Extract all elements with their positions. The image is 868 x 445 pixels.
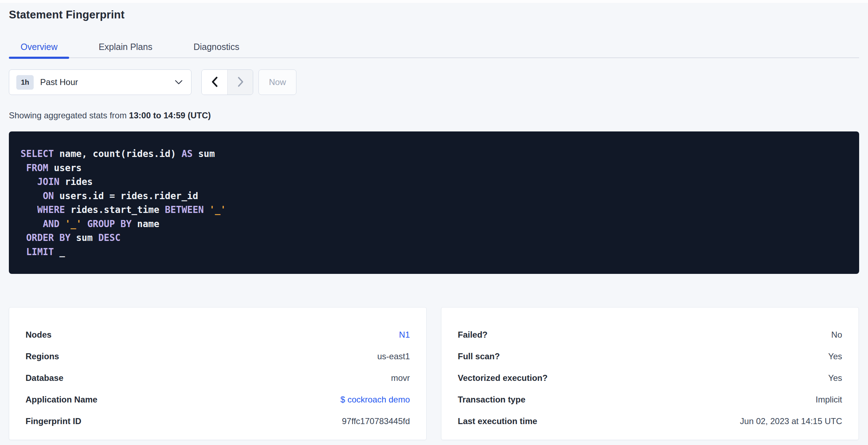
database-label: Database <box>26 373 63 383</box>
top-strip <box>0 0 868 3</box>
regions-label: Regions <box>26 351 59 361</box>
interval-badge: 1h <box>16 75 34 90</box>
stats-prefix: Showing aggregated stats from <box>9 111 129 120</box>
transaction-type-value: Implicit <box>816 395 842 405</box>
sql-line: JOIN rides <box>21 175 847 189</box>
last-execution-time-value: Jun 02, 2023 at 14:15 UTC <box>740 416 842 426</box>
tab-diagnostics[interactable]: Diagnostics <box>182 36 251 57</box>
row-failed: Failed? No <box>458 324 842 345</box>
vectorized-value: Yes <box>828 373 842 383</box>
sql-line: WHERE rides.start_time BETWEEN '_' <box>21 203 847 217</box>
last-execution-time-label: Last execution time <box>458 416 537 426</box>
prev-interval-button[interactable] <box>202 70 227 95</box>
statement-details-card: Nodes N1 Regions us-east1 Database movr … <box>9 307 427 440</box>
next-interval-button[interactable] <box>227 70 253 95</box>
row-full-scan: Full scan? Yes <box>458 345 842 367</box>
sql-line: AND '_' GROUP BY name <box>21 217 847 231</box>
summary-cards: Nodes N1 Regions us-east1 Database movr … <box>9 307 859 440</box>
sql-line: ORDER BY sum DESC <box>21 231 847 245</box>
row-last-execution-time: Last execution time Jun 02, 2023 at 14:1… <box>458 410 842 432</box>
now-button[interactable]: Now <box>258 69 296 95</box>
row-regions: Regions us-east1 <box>26 345 410 367</box>
failed-label: Failed? <box>458 330 488 340</box>
time-arrow-group <box>201 69 253 95</box>
failed-value: No <box>831 330 842 340</box>
stats-range: 13:00 to 14:59 (UTC) <box>129 111 211 120</box>
nodes-label: Nodes <box>26 330 51 340</box>
application-name-label: Application Name <box>26 395 98 405</box>
regions-value: us-east1 <box>377 351 410 361</box>
row-application-name: Application Name $ cockroach demo <box>26 389 410 410</box>
row-vectorized: Vectorized execution? Yes <box>458 367 842 389</box>
sql-line: ON users.id = rides.rider_id <box>21 189 847 203</box>
chevron-down-icon <box>175 80 183 85</box>
aggregated-stats-line: Showing aggregated stats from 13:00 to 1… <box>9 111 859 120</box>
chevron-left-icon <box>211 77 218 88</box>
tab-diagnostics-label: Diagnostics <box>194 42 239 52</box>
vectorized-label: Vectorized execution? <box>458 373 547 383</box>
interval-label: Past Hour <box>40 77 78 87</box>
tab-explain-plans[interactable]: Explain Plans <box>87 36 164 57</box>
nodes-value-link[interactable]: N1 <box>399 330 410 340</box>
tab-overview[interactable]: Overview <box>9 36 69 57</box>
sql-line: FROM users <box>21 161 847 175</box>
chevron-right-icon <box>237 77 244 88</box>
time-controls: 1h Past Hour <box>9 69 859 95</box>
time-interval-dropdown[interactable]: 1h Past Hour <box>9 69 191 95</box>
fingerprint-id-value: 97ffc170783445fd <box>342 416 410 426</box>
page-title: Statement Fingerprint <box>9 9 859 21</box>
full-scan-label: Full scan? <box>458 351 500 361</box>
tab-explain-plans-label: Explain Plans <box>99 42 152 52</box>
sql-line: LIMIT _ <box>21 245 847 259</box>
application-name-value-link[interactable]: $ cockroach demo <box>340 395 410 405</box>
statement-fingerprint-page: Statement Fingerprint Overview Explain P… <box>0 9 868 440</box>
tabbar: Overview Explain Plans Diagnostics <box>9 36 859 58</box>
tab-overview-label: Overview <box>21 42 57 52</box>
database-value: movr <box>391 373 410 383</box>
row-transaction-type: Transaction type Implicit <box>458 389 842 410</box>
sql-line: SELECT name, count(rides.id) AS sum <box>21 147 847 161</box>
fingerprint-id-label: Fingerprint ID <box>26 416 81 426</box>
row-fingerprint-id: Fingerprint ID 97ffc170783445fd <box>26 410 410 432</box>
sql-statement-box: SELECT name, count(rides.id) AS sum FROM… <box>9 131 859 274</box>
row-nodes: Nodes N1 <box>26 324 410 345</box>
transaction-type-label: Transaction type <box>458 395 525 405</box>
full-scan-value: Yes <box>828 351 842 361</box>
row-database: Database movr <box>26 367 410 389</box>
execution-attributes-card: Failed? No Full scan? Yes Vectorized exe… <box>441 307 859 440</box>
